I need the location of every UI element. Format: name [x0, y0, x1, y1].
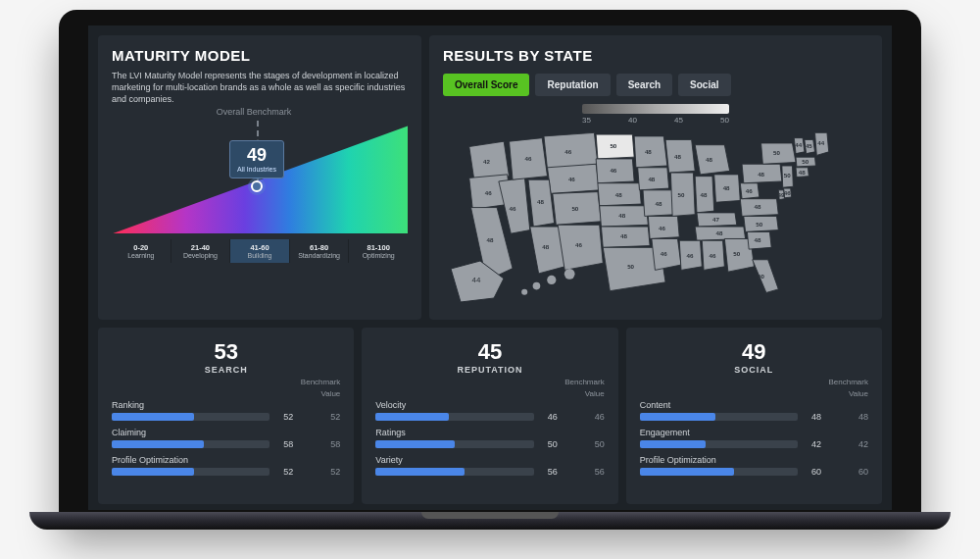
metric-row: Ratings5050 — [375, 428, 604, 449]
benchmark-header: BenchmarkValue — [640, 379, 868, 398]
svg-text:48: 48 — [674, 153, 681, 160]
metric-row: Variety5656 — [375, 455, 604, 477]
svg-text:44: 44 — [817, 139, 824, 146]
svg-text:48: 48 — [722, 184, 729, 191]
metric-value: 52 — [283, 412, 305, 422]
metric-benchmark: 52 — [318, 412, 340, 422]
card-score: 53 — [112, 339, 340, 365]
results-title: RESULTS BY STATE — [443, 47, 868, 64]
card-label: REPUTATION — [375, 365, 604, 375]
dashboard-screen: MATURITY MODEL The LVI Maturity Model re… — [88, 25, 892, 510]
metric-value: 50 — [548, 439, 569, 449]
metric-row: Velocity4646 — [375, 400, 604, 422]
metric-benchmark: 56 — [583, 467, 605, 477]
svg-text:48: 48 — [754, 203, 760, 210]
maturity-score-box[interactable]: 49 All Industries — [229, 140, 284, 178]
score-cards-row: 53SEARCHBenchmarkValueRanking5252Claimin… — [98, 328, 882, 504]
results-tab[interactable]: Social — [678, 74, 730, 96]
metric-bar — [375, 413, 533, 421]
svg-text:42: 42 — [483, 158, 490, 165]
metric-benchmark: 46 — [583, 412, 605, 422]
svg-text:48: 48 — [754, 236, 760, 243]
svg-text:48: 48 — [655, 200, 662, 207]
svg-text:46: 46 — [484, 189, 491, 196]
maturity-score-sub: All Industries — [232, 166, 281, 174]
maturity-stage[interactable]: 61-80Standardizing — [290, 239, 350, 263]
svg-text:46: 46 — [509, 205, 515, 212]
benchmark-label: Overall Benchmark — [217, 107, 292, 117]
laptop-frame: MATURITY MODEL The LVI Maturity Model re… — [59, 10, 921, 520]
maturity-stage[interactable]: 81-100Optimizing — [349, 239, 408, 263]
metric-name: Variety — [375, 455, 402, 465]
svg-text:50: 50 — [756, 221, 762, 228]
maturity-stage[interactable]: 0-20Learning — [112, 239, 172, 263]
svg-text:50: 50 — [571, 205, 578, 212]
legend-ticks: 35404550 — [582, 116, 729, 125]
maturity-stage[interactable]: 21-40Developing — [172, 239, 231, 263]
svg-text:50: 50 — [783, 172, 790, 178]
svg-text:46: 46 — [686, 252, 693, 259]
svg-text:46: 46 — [524, 155, 531, 162]
metric-value: 52 — [283, 467, 305, 477]
svg-text:46: 46 — [745, 187, 752, 194]
svg-text:48: 48 — [758, 171, 764, 178]
metric-value: 56 — [548, 467, 569, 477]
metric-name: Ratings — [375, 428, 406, 437]
svg-text:48: 48 — [537, 198, 544, 205]
metric-name: Claiming — [112, 428, 146, 437]
svg-text:46: 46 — [610, 167, 616, 174]
svg-text:45: 45 — [806, 142, 812, 149]
svg-text:49: 49 — [777, 191, 784, 198]
svg-text:46: 46 — [575, 241, 582, 248]
results-tabs: Overall ScoreReputationSearchSocial — [443, 74, 868, 96]
svg-point-50 — [547, 276, 556, 284]
svg-text:46: 46 — [709, 252, 715, 259]
legend-gradient — [582, 104, 729, 114]
svg-text:46: 46 — [568, 176, 575, 182]
metric-benchmark: 48 — [847, 412, 868, 422]
results-tab[interactable]: Reputation — [535, 74, 610, 96]
maturity-description: The LVI Maturity Model represents the st… — [112, 70, 408, 105]
metric-bar — [112, 440, 270, 448]
map-legend: 35404550 — [582, 104, 729, 125]
svg-text:48: 48 — [715, 229, 722, 236]
results-tab[interactable]: Search — [616, 74, 672, 96]
metric-bar — [640, 413, 798, 421]
metric-benchmark: 60 — [847, 467, 868, 477]
metric-value: 46 — [548, 412, 569, 422]
metric-bar — [375, 468, 533, 476]
metric-name: Engagement — [640, 428, 690, 437]
svg-text:48: 48 — [620, 232, 627, 239]
svg-text:50: 50 — [773, 149, 780, 156]
card-score: 49 — [640, 339, 868, 365]
svg-text:50: 50 — [733, 250, 740, 257]
svg-text:50: 50 — [802, 158, 808, 165]
maturity-title: MATURITY MODEL — [112, 47, 408, 64]
metric-value: 60 — [811, 467, 833, 477]
laptop-base — [29, 512, 951, 530]
metric-value: 42 — [811, 439, 833, 449]
results-tab[interactable]: Overall Score — [443, 74, 529, 96]
metric-name: Velocity — [375, 400, 406, 410]
alaska-hawaii: 44 — [449, 259, 591, 304]
score-card: 49SOCIALBenchmarkValueContent4848Engagem… — [626, 328, 882, 504]
metric-name: Content — [640, 400, 671, 410]
metric-value: 48 — [811, 412, 833, 422]
score-card: 45REPUTATIONBenchmarkValueVelocity4646Ra… — [362, 328, 617, 504]
svg-text:48: 48 — [614, 191, 621, 198]
metric-row: Profile Optimization6060 — [640, 455, 868, 477]
svg-text:48: 48 — [706, 156, 712, 163]
maturity-stage[interactable]: 41-60Building — [230, 239, 290, 263]
metric-row: Engagement4242 — [640, 428, 868, 449]
metric-name: Profile Optimization — [640, 455, 716, 465]
card-score: 45 — [375, 339, 604, 365]
metric-benchmark: 58 — [318, 439, 340, 449]
svg-text:50: 50 — [627, 263, 634, 270]
svg-text:50: 50 — [677, 191, 684, 198]
svg-text:44: 44 — [472, 276, 481, 284]
score-card: 53SEARCHBenchmarkValueRanking5252Claimin… — [98, 328, 354, 504]
metric-row: Ranking5252 — [112, 400, 340, 422]
svg-point-48 — [521, 289, 527, 295]
metric-bar — [112, 413, 270, 421]
benchmark-header: BenchmarkValue — [112, 379, 340, 398]
